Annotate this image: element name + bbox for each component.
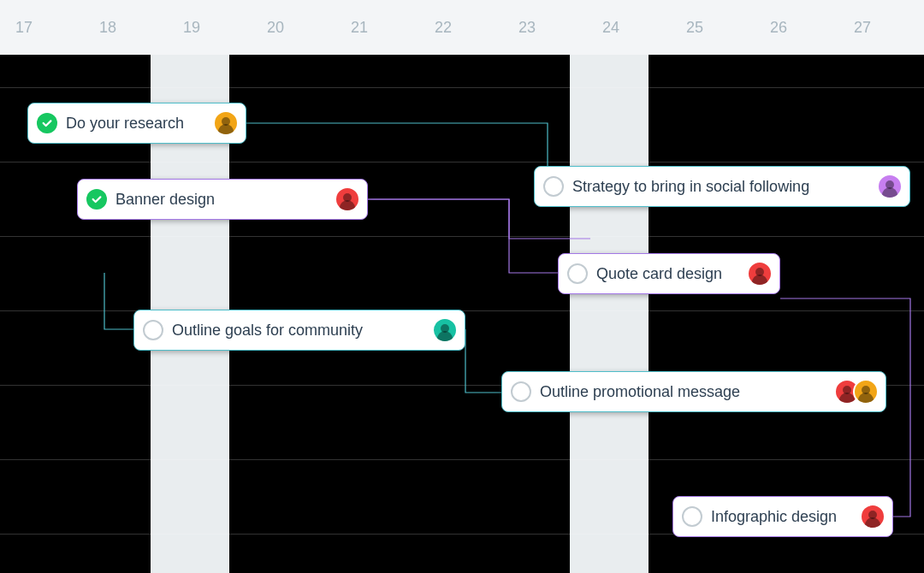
- row-divider: [0, 459, 924, 460]
- task-card-strategy[interactable]: Strategy to bring in social following: [534, 166, 910, 207]
- task-label: Banner design: [116, 191, 326, 209]
- timeline-header: 1718192021222324252627: [0, 0, 924, 55]
- task-card-outlinepromo[interactable]: Outline promotional message: [501, 371, 886, 412]
- row-divider: [0, 162, 924, 162]
- task-label: Infographic design: [711, 508, 851, 526]
- date-column-23: 23: [518, 19, 536, 37]
- status-incomplete-icon[interactable]: [543, 176, 564, 197]
- task-card-quotecard[interactable]: Quote card design: [558, 253, 780, 294]
- avatar[interactable]: [213, 110, 239, 136]
- task-card-infographic[interactable]: Infographic design: [672, 496, 893, 537]
- date-column-22: 22: [435, 19, 452, 37]
- avatar[interactable]: [877, 174, 903, 199]
- avatar[interactable]: [860, 504, 886, 529]
- assignee-avatars[interactable]: [860, 504, 886, 529]
- status-incomplete-icon[interactable]: [567, 263, 588, 284]
- assignee-avatars[interactable]: [335, 186, 360, 212]
- task-label: Outline promotional message: [540, 383, 826, 401]
- date-column-27: 27: [854, 19, 871, 37]
- assignee-avatars[interactable]: [834, 379, 879, 405]
- date-column-24: 24: [602, 19, 619, 37]
- avatar[interactable]: [853, 379, 879, 405]
- task-label: Strategy to bring in social following: [572, 178, 868, 196]
- status-incomplete-icon[interactable]: [143, 320, 163, 340]
- task-card-outlinegoals[interactable]: Outline goals for community: [133, 310, 465, 351]
- task-label: Do your research: [66, 115, 204, 133]
- row-divider: [0, 87, 924, 88]
- avatar[interactable]: [747, 261, 773, 286]
- task-label: Outline goals for community: [172, 322, 424, 340]
- task-card-banner[interactable]: Banner design: [77, 179, 368, 220]
- checkmark-icon[interactable]: [37, 113, 57, 133]
- avatar[interactable]: [432, 317, 458, 343]
- date-column-26: 26: [770, 19, 787, 37]
- assignee-avatars[interactable]: [747, 261, 773, 286]
- date-column-25: 25: [686, 19, 703, 37]
- checkmark-icon[interactable]: [86, 189, 107, 210]
- assignee-avatars[interactable]: [432, 317, 458, 343]
- date-column-19: 19: [183, 19, 200, 37]
- task-card-research[interactable]: Do your research: [27, 103, 246, 144]
- assignee-avatars[interactable]: [877, 174, 903, 199]
- assignee-avatars[interactable]: [213, 110, 239, 136]
- row-divider: [0, 236, 924, 237]
- date-column-21: 21: [351, 19, 368, 37]
- avatar[interactable]: [335, 186, 360, 212]
- status-incomplete-icon[interactable]: [511, 381, 531, 402]
- date-column-17: 17: [15, 19, 33, 37]
- date-column-20: 20: [267, 19, 284, 37]
- date-column-18: 18: [99, 19, 116, 37]
- status-incomplete-icon[interactable]: [682, 506, 702, 527]
- task-label: Quote card design: [596, 265, 738, 283]
- timeline-viewport: 1718192021222324252627 Do your researchS…: [0, 0, 924, 573]
